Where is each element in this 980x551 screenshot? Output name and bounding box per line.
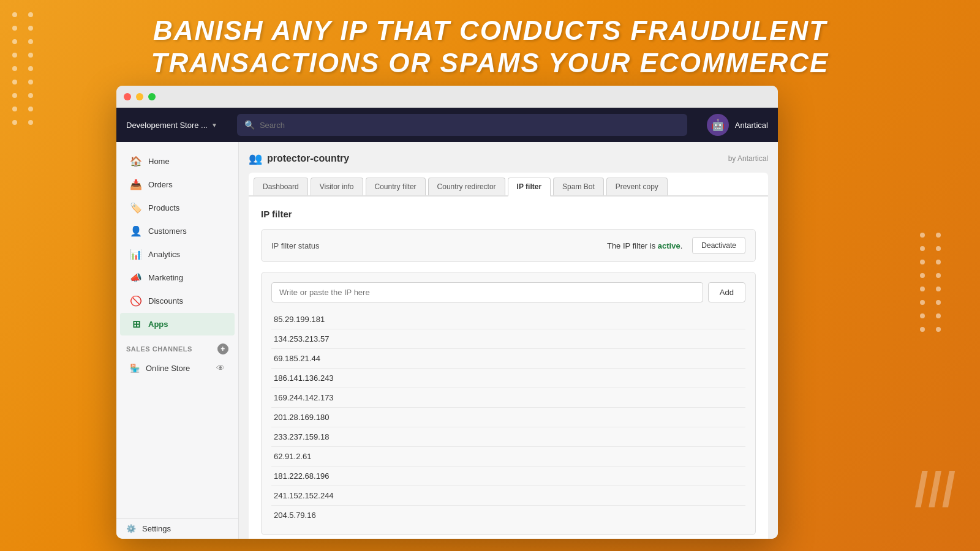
app-author: by Antartical <box>728 154 768 163</box>
online-store-icon: 🏪 <box>130 364 140 373</box>
tab-prevent-copy[interactable]: Prevent copy <box>606 178 668 195</box>
app-title: protector-country <box>267 153 349 164</box>
eye-icon: 👁 <box>216 363 225 373</box>
marketing-icon: 📣 <box>130 272 142 283</box>
chevron-down-icon: ▼ <box>211 122 217 129</box>
ip-list-item: 201.28.169.180 <box>271 408 745 427</box>
sidebar-item-online-store[interactable]: 🏪 Online Store 👁 <box>120 358 235 378</box>
sidebar-label-orders: Orders <box>148 180 173 189</box>
app-header: 👥 protector-country by Antartical <box>249 152 768 165</box>
sidebar-item-orders[interactable]: 📥 Orders <box>120 173 235 196</box>
ip-list: 85.29.199.181134.253.213.5769.185.21.441… <box>271 310 745 525</box>
sidebar-item-apps[interactable]: ⊞ Apps <box>120 313 235 335</box>
decorative-dots-right <box>920 233 943 332</box>
app-logo-icon: 👥 <box>249 152 262 165</box>
ip-input-area: Add 85.29.199.181134.253.213.5769.185.21… <box>261 272 756 535</box>
deactivate-button[interactable]: Deactivate <box>692 237 745 254</box>
main-content: 👥 protector-country by Antartical Dashbo… <box>239 142 778 539</box>
slash-decoration: /// <box>914 465 956 514</box>
window-maximize-btn[interactable] <box>148 93 156 100</box>
page-headline: Banish any IP that conducts fraudulent t… <box>0 0 980 89</box>
store-selector[interactable]: Developement Store ... ▼ <box>126 121 217 130</box>
search-input[interactable] <box>260 121 680 130</box>
tab-country-redirector[interactable]: Country redirector <box>428 178 505 195</box>
tab-ip-filter[interactable]: IP filter <box>508 178 551 197</box>
tab-visitor-info[interactable]: Visitor info <box>311 178 363 195</box>
home-icon: 🏠 <box>130 156 142 167</box>
ip-list-item: 186.141.136.243 <box>271 369 745 388</box>
avatar: 🤖 <box>707 114 729 136</box>
ip-list-item: 169.244.142.173 <box>271 388 745 408</box>
window-minimize-btn[interactable] <box>136 93 143 100</box>
browser-window: Developement Store ... ▼ 🔍 🤖 Antartical … <box>116 86 778 539</box>
customers-icon: 👤 <box>130 225 142 237</box>
apps-icon: ⊞ <box>130 318 142 330</box>
ip-list-item: 69.185.21.44 <box>271 349 745 369</box>
sales-channels-label: SALES CHANNELS + <box>116 336 238 357</box>
settings-icon: ⚙️ <box>126 524 136 533</box>
app-title-area: 👥 protector-country <box>249 152 349 165</box>
sidebar-label-home: Home <box>148 157 170 166</box>
ip-filter-status-text: The IP filter is active. <box>607 241 682 250</box>
ip-list-item: 85.29.199.181 <box>271 310 745 329</box>
decorative-dots-left <box>12 12 36 125</box>
tab-bar: Dashboard Visitor info Country filter Co… <box>249 173 768 197</box>
sidebar-item-analytics[interactable]: 📊 Analytics <box>120 243 235 266</box>
browser-titlebar <box>116 86 778 108</box>
sidebar-item-products[interactable]: 🏷️ Products <box>120 197 235 219</box>
ip-filter-status-row: IP filter status The IP filter is active… <box>261 229 756 262</box>
ip-list-item: 134.253.213.57 <box>271 329 745 349</box>
ip-list-item: 181.222.68.196 <box>271 467 745 486</box>
headline-line2: transactions or spams your ecommerce <box>151 48 829 78</box>
add-sales-channel-btn[interactable]: + <box>217 343 228 354</box>
settings-label: Settings <box>142 524 171 533</box>
discounts-icon: 🚫 <box>130 295 142 307</box>
store-name: Developement Store ... <box>126 121 208 130</box>
window-close-btn[interactable] <box>124 93 131 100</box>
section-title: IP filter <box>261 209 756 219</box>
ip-input-row: Add <box>271 282 745 302</box>
sidebar-label-analytics: Analytics <box>148 250 180 259</box>
user-name: Antartical <box>735 121 768 130</box>
sidebar-item-marketing[interactable]: 📣 Marketing <box>120 266 235 289</box>
content-card: IP filter IP filter status The IP filter… <box>249 197 768 539</box>
online-store-label: Online Store <box>146 364 190 373</box>
add-ip-button[interactable]: Add <box>708 282 745 302</box>
orders-icon: 📥 <box>130 179 142 190</box>
sidebar-label-discounts: Discounts <box>148 296 183 305</box>
sidebar-item-discounts[interactable]: 🚫 Discounts <box>120 290 235 312</box>
ip-list-item: 233.237.159.18 <box>271 427 745 447</box>
sidebar: 🏠 Home 📥 Orders 🏷️ Products 👤 Customers … <box>116 142 239 539</box>
tab-country-filter[interactable]: Country filter <box>366 178 426 195</box>
ip-filter-status-label: IP filter status <box>271 241 320 250</box>
app-layout: 🏠 Home 📥 Orders 🏷️ Products 👤 Customers … <box>116 108 778 539</box>
search-icon: 🔍 <box>244 120 255 130</box>
products-icon: 🏷️ <box>130 202 142 214</box>
sidebar-label-apps: Apps <box>148 320 168 329</box>
ip-input-field[interactable] <box>271 282 703 302</box>
tab-spam-bot[interactable]: Spam Bot <box>553 178 604 195</box>
sidebar-item-home[interactable]: 🏠 Home <box>120 150 235 173</box>
sidebar-label-marketing: Marketing <box>148 273 183 282</box>
analytics-icon: 📊 <box>130 249 142 260</box>
ip-list-item: 241.152.152.244 <box>271 486 745 506</box>
sidebar-label-products: Products <box>148 203 179 212</box>
sidebar-item-settings[interactable]: ⚙️ Settings <box>116 518 239 539</box>
sidebar-item-customers[interactable]: 👤 Customers <box>120 220 235 242</box>
ip-list-item: 204.5.79.16 <box>271 506 745 525</box>
status-active-word: active <box>658 241 680 250</box>
user-area: 🤖 Antartical <box>707 114 768 136</box>
sidebar-label-customers: Customers <box>148 227 187 236</box>
top-nav: Developement Store ... ▼ 🔍 🤖 Antartical <box>116 108 778 142</box>
tab-dashboard[interactable]: Dashboard <box>254 178 308 195</box>
headline-line1: Banish any IP that conducts fraudulent <box>153 15 827 45</box>
search-bar: 🔍 <box>237 114 687 136</box>
ip-list-item: 62.91.2.61 <box>271 447 745 467</box>
